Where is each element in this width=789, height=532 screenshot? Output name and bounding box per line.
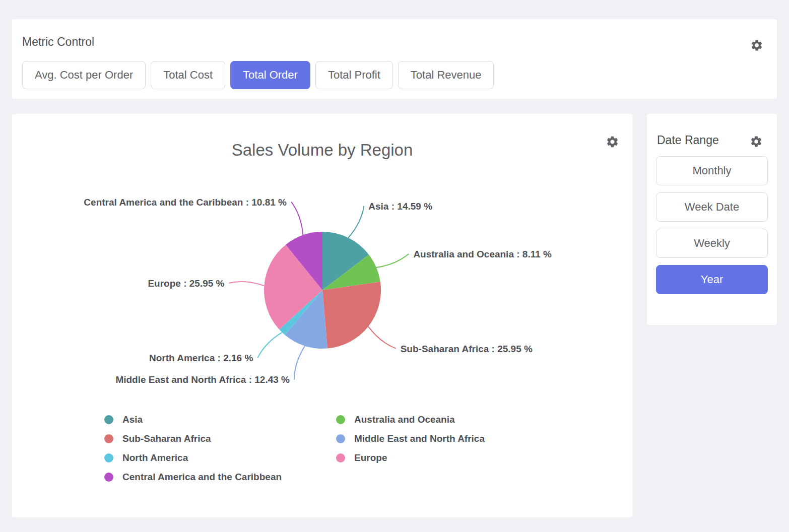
pie-label-australia-and-oceania: Australia and Oceania : 8.11 %	[413, 249, 552, 259]
date-range-button-week-date[interactable]: Week Date	[656, 192, 768, 222]
legend-label: Europe	[354, 452, 387, 463]
date-range-button-monthly[interactable]: Monthly	[656, 156, 768, 185]
date-range-panel: Date Range MonthlyWeek DateWeeklyYear	[647, 114, 777, 325]
date-range-button-year[interactable]: Year	[656, 265, 768, 294]
legend-item-australia-and-oceania[interactable]: Australia and Oceania	[336, 410, 568, 429]
metric-control-panel: Metric Control Avg. Cost per OrderTotal …	[12, 19, 777, 99]
date-range-button-column: MonthlyWeek DateWeeklyYear	[656, 156, 768, 301]
pie-label-north-america: North America : 2.16 %	[149, 353, 253, 363]
legend-label: Asia	[122, 414, 143, 425]
legend-dot-icon	[336, 453, 345, 462]
date-range-button-weekly[interactable]: Weekly	[656, 229, 768, 258]
sales-volume-chart-panel: Sales Volume by Region Asia : 14.59 %Aus…	[12, 114, 632, 517]
metric-button-total-cost[interactable]: Total Cost	[151, 61, 225, 89]
date-range-title: Date Range	[657, 133, 719, 147]
legend-item-middle-east-and-north-africa[interactable]: Middle East and North Africa	[336, 429, 568, 448]
legend-dot-icon	[104, 473, 113, 482]
legend-dot-icon	[336, 434, 345, 443]
metric-button-total-profit[interactable]: Total Profit	[315, 61, 393, 89]
pie-label-line-europe	[229, 282, 265, 286]
metric-button-total-order[interactable]: Total Order	[230, 61, 310, 89]
legend-label: Central America and the Caribbean	[122, 472, 282, 483]
legend-item-asia[interactable]: Asia	[104, 410, 336, 429]
legend-dot-icon	[104, 434, 113, 443]
legend-label: Middle East and North Africa	[354, 433, 485, 444]
legend-dot-icon	[104, 415, 113, 424]
pie-slice-sub-saharan-africa[interactable]	[322, 282, 381, 348]
legend-dot-icon	[336, 415, 345, 424]
pie-label-central-america-and-the-caribbean: Central America and the Caribbean : 10.8…	[84, 197, 287, 208]
pie-label-line-central-america-and-the-caribbean	[291, 202, 303, 235]
legend-item-north-america[interactable]: North America	[104, 448, 336, 468]
metric-button-row: Avg. Cost per OrderTotal CostTotal Order…	[22, 61, 494, 89]
legend-dot-icon	[104, 453, 113, 462]
legend-item-sub-saharan-africa[interactable]: Sub-Saharan Africa	[104, 429, 336, 448]
pie-label-line-asia	[348, 206, 364, 238]
metric-control-title: Metric Control	[22, 35, 94, 49]
pie-label-europe: Europe : 25.95 %	[148, 278, 224, 289]
pie-label-asia: Asia : 14.59 %	[368, 201, 432, 212]
date-range-settings-gear-icon[interactable]	[750, 135, 763, 148]
legend-item-central-america-and-the-caribbean[interactable]: Central America and the Caribbean	[104, 468, 336, 487]
metric-button-avg-cost-per-order[interactable]: Avg. Cost per Order	[22, 61, 146, 89]
pie-label-line-north-america	[257, 332, 282, 358]
legend-label: Australia and Oceania	[354, 414, 455, 425]
legend-label: Sub-Saharan Africa	[122, 433, 211, 444]
metric-button-total-revenue[interactable]: Total Revenue	[398, 61, 494, 89]
pie-label-sub-saharan-africa: Sub-Saharan Africa : 25.95 %	[401, 344, 533, 354]
pie-label-middle-east-and-north-africa: Middle East and North Africa : 12.43 %	[115, 374, 290, 385]
legend-label: North America	[122, 452, 188, 463]
chart-legend: AsiaAustralia and OceaniaSub-Saharan Afr…	[104, 410, 568, 487]
legend-item-europe[interactable]: Europe	[336, 448, 568, 468]
pie-label-line-australia-and-oceania	[376, 254, 409, 268]
pie-label-line-sub-saharan-africa	[368, 326, 396, 349]
metric-control-settings-gear-icon[interactable]	[750, 39, 763, 52]
pie-label-line-middle-east-and-north-africa	[294, 346, 305, 380]
